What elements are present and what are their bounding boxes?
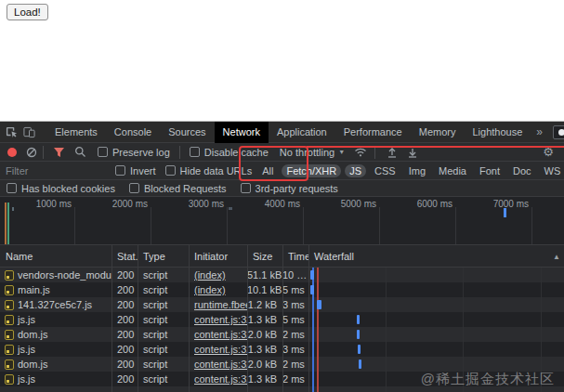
col-type[interactable]: Type — [138, 251, 189, 262]
column-divider[interactable] — [308, 245, 309, 392]
sort-asc-icon: ▲ — [547, 253, 560, 261]
request-status: 200 — [111, 268, 138, 282]
import-har-icon[interactable] — [387, 147, 398, 158]
request-status: 200 — [111, 282, 138, 297]
tab-application[interactable]: Application — [269, 122, 335, 143]
waterfall-bar[interactable] — [358, 345, 361, 354]
third-party-checkbox[interactable] — [241, 183, 251, 193]
script-file-icon — [5, 359, 14, 370]
pill-css[interactable]: CSS — [370, 164, 400, 177]
invert-checkbox[interactable] — [115, 165, 125, 176]
network-overview[interactable]: 1000 ms 2000 ms 3000 ms 4000 ms 5000 ms … — [0, 197, 564, 245]
request-size: 2.0 kB — [247, 357, 282, 372]
filter-input[interactable] — [6, 165, 110, 176]
waterfall-bar[interactable] — [317, 300, 321, 309]
tab-network[interactable]: Network — [215, 122, 269, 143]
request-initiator-link[interactable]: content.js:32 — [189, 327, 247, 342]
overview-load-event-line — [5, 203, 7, 244]
tab-lighthouse[interactable]: Lighthouse — [464, 122, 531, 143]
request-initiator-link[interactable]: runtime.fbee… — [189, 297, 247, 312]
pill-media[interactable]: Media — [434, 164, 471, 177]
waterfall-bar[interactable] — [357, 315, 360, 324]
request-initiator-link[interactable]: content.js:32 — [189, 342, 247, 357]
column-divider[interactable] — [111, 245, 112, 392]
disable-cache-checkbox[interactable] — [190, 147, 200, 157]
tab-memory[interactable]: Memory — [411, 122, 465, 143]
pill-ws[interactable]: WS — [540, 164, 564, 177]
request-name: dom.js — [18, 327, 47, 342]
request-type: script — [138, 297, 189, 312]
devtools-tabbar: Elements Console Sources Network Applica… — [0, 122, 564, 143]
annotation-red-box — [239, 146, 308, 181]
column-divider[interactable] — [282, 245, 283, 392]
request-status: 200 — [111, 312, 138, 327]
tab-sources[interactable]: Sources — [160, 122, 214, 143]
tab-performance[interactable]: Performance — [335, 122, 411, 143]
column-divider[interactable] — [138, 245, 138, 392]
has-blocked-cookies-checkbox[interactable] — [7, 183, 17, 193]
blocked-requests-toggle[interactable]: Blocked Requests — [129, 183, 227, 194]
filter-funnel-icon[interactable] — [53, 147, 65, 158]
has-blocked-cookies-toggle[interactable]: Has blocked cookies — [7, 183, 115, 194]
ruler-label: 3000 ms — [172, 199, 224, 209]
col-initiator[interactable]: Initiator — [189, 251, 247, 262]
third-party-toggle[interactable]: 3rd-party requests — [241, 183, 338, 194]
console-count-badge[interactable]: 1 — [553, 125, 564, 139]
request-type: script — [138, 357, 189, 372]
request-status: 200 — [111, 297, 138, 312]
pill-img[interactable]: Img — [404, 164, 430, 177]
request-initiator-link[interactable]: content.js:32 — [189, 312, 247, 327]
col-waterfall[interactable]: Waterfall — [308, 251, 564, 262]
col-time[interactable]: Time — [282, 251, 308, 262]
annotation-red-line — [307, 146, 564, 148]
has-blocked-cookies-label: Has blocked cookies — [21, 183, 115, 194]
hide-data-urls-checkbox[interactable] — [165, 165, 176, 176]
script-file-icon — [5, 315, 14, 325]
clear-icon[interactable] — [26, 147, 37, 158]
request-time: 3 ms — [282, 342, 308, 357]
search-icon[interactable] — [74, 146, 86, 158]
tab-console[interactable]: Console — [106, 122, 160, 143]
pill-js[interactable]: JS — [345, 164, 366, 177]
preserve-log-checkbox[interactable] — [98, 147, 108, 157]
request-initiator-link[interactable]: content.js:32 — [189, 372, 247, 386]
request-initiator-link[interactable]: (index) — [189, 268, 247, 282]
request-name: dom.js — [18, 357, 47, 372]
ruler-label: 1000 ms — [20, 199, 72, 209]
column-divider[interactable] — [189, 245, 190, 392]
divider — [179, 146, 180, 159]
request-status: 200 — [111, 327, 138, 342]
col-size[interactable]: Size — [247, 251, 282, 262]
ruler-gridline — [151, 207, 151, 244]
request-type: script — [138, 342, 189, 357]
preserve-log-toggle[interactable]: Preserve log — [98, 147, 170, 158]
ruler-label: 4000 ms — [248, 199, 300, 209]
device-toolbar-icon[interactable] — [23, 124, 35, 139]
pill-font[interactable]: Font — [475, 164, 505, 177]
waterfall-bar[interactable] — [310, 270, 314, 280]
waterfall-bar[interactable] — [310, 285, 314, 294]
console-dot-icon — [558, 129, 564, 136]
network-conditions-icon[interactable] — [354, 147, 367, 157]
script-file-icon — [5, 285, 14, 295]
request-initiator-link[interactable]: (index) — [189, 282, 247, 297]
invert-toggle[interactable]: Invert — [115, 165, 156, 176]
tab-elements[interactable]: Elements — [46, 122, 106, 143]
col-status[interactable]: Stat.. — [111, 251, 138, 262]
waterfall-bar[interactable] — [359, 359, 361, 369]
request-initiator-link[interactable]: content.js:32 — [189, 357, 247, 372]
divider — [43, 146, 44, 159]
inspect-element-icon[interactable] — [6, 124, 18, 139]
request-time: 10 … — [282, 268, 308, 282]
export-har-icon[interactable] — [407, 147, 418, 158]
load-button[interactable]: Load! — [7, 4, 48, 20]
more-tabs-icon[interactable]: » — [531, 125, 548, 138]
script-file-icon — [5, 330, 14, 340]
blocked-requests-checkbox[interactable] — [129, 183, 139, 193]
column-divider[interactable] — [247, 245, 248, 392]
pill-doc[interactable]: Doc — [508, 164, 536, 177]
record-button[interactable] — [7, 148, 17, 157]
col-name[interactable]: Name — [0, 251, 111, 262]
request-time: 2 ms — [282, 372, 308, 386]
waterfall-bar[interactable] — [357, 330, 360, 339]
